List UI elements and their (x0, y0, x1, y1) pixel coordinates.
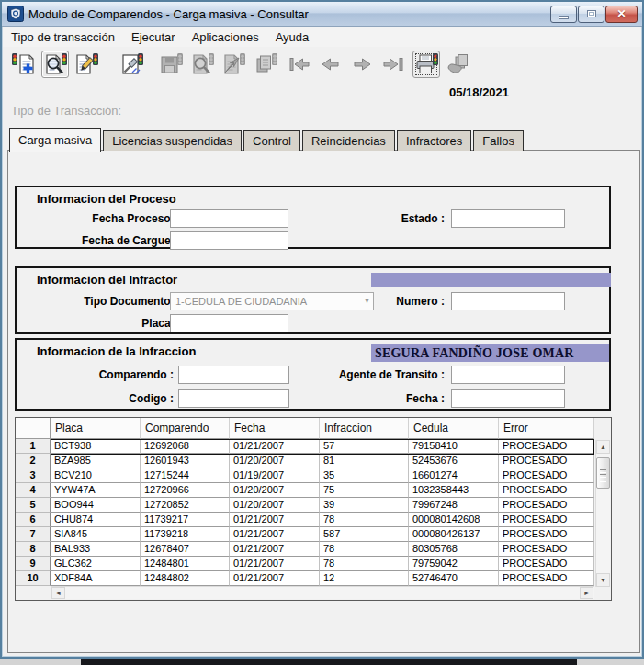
cell-infraccion[interactable]: 78 (320, 513, 409, 527)
scroll-up-button[interactable]: ▲ (596, 440, 610, 454)
tipo-documento-select[interactable]: 1-CEDULA DE CIUDADANIA ▼ (170, 292, 374, 310)
cell-infraccion[interactable]: 78 (320, 542, 409, 557)
tab-licencias-suspendidas[interactable]: Licencias suspendidas (103, 130, 242, 151)
vertical-scrollbar-thumb[interactable] (596, 457, 610, 489)
titlebar[interactable]: Modulo de Comparendos - Carga masiva - C… (2, 2, 642, 27)
cell-comparendo[interactable]: 12601943 (141, 454, 230, 468)
row-number-cell[interactable]: 7 (16, 527, 51, 542)
cell-cedula[interactable]: 79967248 (409, 498, 499, 513)
cell-fecha[interactable]: 01/21/2007 (230, 527, 320, 542)
agente-transito-input[interactable] (451, 366, 565, 384)
scroll-left-button[interactable]: ◄ (51, 587, 65, 599)
cell-infraccion[interactable]: 75 (320, 483, 409, 498)
cell-cedula[interactable]: 16601274 (409, 468, 499, 483)
cell-placa[interactable]: BZA985 (51, 454, 141, 468)
cell-infraccion[interactable]: 78 (320, 557, 409, 571)
cell-comparendo[interactable]: 12484802 (141, 571, 230, 586)
row-number-cell[interactable]: 10 (16, 571, 51, 586)
cell-error[interactable]: PROCESADO (499, 483, 594, 498)
row-number-cell[interactable]: 2 (16, 454, 51, 468)
row-number-cell[interactable]: 9 (16, 557, 51, 571)
execute-query-button[interactable] (119, 51, 146, 78)
cell-infraccion[interactable]: 12 (320, 571, 409, 586)
cell-error[interactable]: PROCESADO (499, 557, 594, 571)
cell-error[interactable]: PROCESADO (499, 439, 594, 454)
insert-record-button[interactable] (10, 51, 38, 78)
row-number-cell[interactable]: 1 (16, 439, 51, 454)
cell-cedula[interactable]: 52453676 (409, 454, 499, 468)
cell-infraccion[interactable]: 587 (320, 527, 409, 542)
cell-fecha[interactable]: 01/21/2007 (230, 513, 320, 527)
menu-item-ayuda[interactable]: Ayuda (267, 28, 318, 46)
row-number-cell[interactable]: 3 (16, 468, 51, 483)
vertical-scrollbar[interactable]: ▲ ▼ (595, 440, 610, 587)
numero-input[interactable] (451, 292, 565, 310)
scroll-right-button[interactable]: ► (580, 587, 593, 599)
horizontal-scrollbar[interactable]: ◄ ► (51, 586, 594, 599)
cell-fecha[interactable]: 01/21/2007 (230, 439, 320, 454)
cell-placa[interactable]: XDF84A (51, 571, 141, 586)
cell-error[interactable]: PROCESADO (499, 498, 594, 513)
print-button[interactable] (412, 51, 440, 78)
cell-placa[interactable]: BCV210 (51, 468, 141, 483)
cell-comparendo[interactable]: 12720966 (141, 483, 230, 498)
codigo-input[interactable] (178, 389, 289, 408)
cell-cedula[interactable]: 79158410 (409, 439, 499, 454)
cell-comparendo[interactable]: 12692068 (141, 439, 230, 454)
cell-fecha[interactable]: 01/20/2007 (230, 498, 320, 513)
menu-item-aplicaciones[interactable]: Aplicaciones (184, 28, 267, 46)
cell-cedula[interactable]: 52746470 (409, 571, 499, 586)
cell-fecha[interactable]: 01/21/2007 (230, 571, 320, 586)
query-button[interactable] (41, 51, 69, 78)
tab-control[interactable]: Control (243, 130, 300, 151)
maximize-button[interactable] (578, 6, 604, 23)
comparendo-input[interactable] (178, 366, 289, 384)
row-number-cell[interactable]: 8 (16, 542, 51, 557)
cell-placa[interactable]: YYW47A (51, 483, 141, 498)
row-number-cell[interactable]: 4 (16, 483, 51, 498)
cell-error[interactable]: PROCESADO (499, 542, 594, 557)
cell-placa[interactable]: SIA845 (51, 527, 141, 542)
cell-error[interactable]: PROCESADO (499, 454, 594, 468)
minimize-button[interactable] (550, 6, 577, 23)
edit-record-button[interactable] (73, 51, 100, 78)
cell-error[interactable]: PROCESADO (499, 571, 594, 586)
fecha-proceso-input[interactable] (170, 209, 288, 228)
cell-fecha[interactable]: 01/21/2007 (230, 557, 320, 571)
cell-cedula[interactable]: 000080426137 (409, 527, 499, 542)
cell-cedula[interactable]: 000080142608 (409, 513, 499, 527)
fecha-cargue-input[interactable] (170, 231, 288, 250)
placa-input[interactable] (170, 314, 288, 332)
cell-placa[interactable]: CHU874 (51, 513, 141, 527)
tab-carga-masiva[interactable]: Carga masiva (9, 128, 101, 152)
row-number-cell[interactable]: 6 (16, 513, 51, 527)
cell-infraccion[interactable]: 35 (320, 468, 409, 483)
cell-comparendo[interactable]: 12715244 (141, 468, 230, 483)
cell-comparendo[interactable]: 11739217 (141, 513, 230, 527)
menu-item-ejecutar[interactable]: Ejecutar (123, 28, 184, 46)
close-button[interactable]: ✕ (605, 6, 638, 23)
menu-item-tipo-de-transaccion[interactable]: Tipo de transacción (3, 28, 123, 46)
cell-cedula[interactable]: 79759042 (409, 557, 499, 571)
scroll-down-button[interactable]: ▼ (596, 573, 610, 587)
cell-comparendo[interactable]: 11739218 (141, 527, 230, 542)
fecha-infraccion-input[interactable] (451, 389, 565, 408)
cell-comparendo[interactable]: 12720852 (141, 498, 230, 513)
cell-cedula[interactable]: 80305768 (409, 542, 499, 557)
tab-infractores[interactable]: Infractores (397, 130, 471, 151)
cell-cedula[interactable]: 1032358443 (409, 483, 499, 498)
cell-placa[interactable]: BOO944 (51, 498, 141, 513)
tab-fallos[interactable]: Fallos (473, 130, 524, 151)
cell-error[interactable]: PROCESADO (499, 527, 594, 542)
cell-placa[interactable]: BAL933 (51, 542, 141, 557)
estado-input[interactable] (451, 209, 565, 228)
cell-comparendo[interactable]: 12484801 (141, 557, 230, 571)
cell-fecha[interactable]: 01/19/2007 (230, 468, 320, 483)
cell-infraccion[interactable]: 39 (320, 498, 409, 513)
cell-error[interactable]: PROCESADO (499, 468, 594, 483)
tab-reincidencias[interactable]: Reincidencias (302, 130, 395, 151)
cell-placa[interactable]: GLC362 (51, 557, 141, 571)
cell-placa[interactable]: BCT938 (51, 439, 141, 454)
cell-fecha[interactable]: 01/20/2007 (230, 454, 320, 468)
cell-infraccion[interactable]: 81 (320, 454, 409, 468)
